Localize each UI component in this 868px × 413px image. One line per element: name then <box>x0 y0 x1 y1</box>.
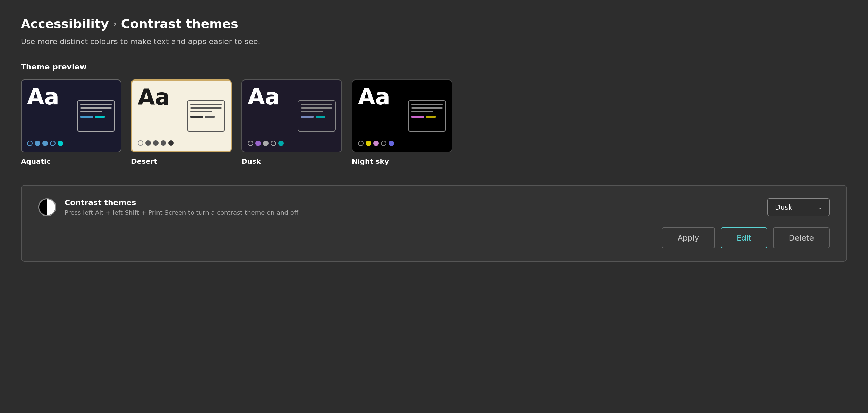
panel-text-block: Contrast themes Press left Alt + left Sh… <box>65 198 298 216</box>
panel-subtitle: Press left Alt + left Shift + Print Scre… <box>65 209 298 216</box>
theme-card-dusk[interactable]: Aa <box>241 79 342 166</box>
breadcrumb-parent: Accessibility <box>21 17 109 31</box>
panel-right: Dusk ⌄ <box>767 198 830 216</box>
desert-dots <box>138 140 174 146</box>
theme-aa-aquatic: Aa <box>27 86 63 108</box>
panel-left: Contrast themes Press left Alt + left Sh… <box>38 198 298 216</box>
contrast-icon <box>38 198 56 216</box>
theme-aa-night-sky: Aa <box>358 86 394 108</box>
theme-label-dusk: Dusk <box>241 157 342 166</box>
theme-label-night-sky: Night sky <box>352 157 452 166</box>
dropdown-value: Dusk <box>775 203 792 211</box>
delete-button[interactable]: Delete <box>773 227 830 248</box>
nightsky-dots <box>358 141 394 146</box>
theme-aa-dusk: Aa <box>248 86 284 108</box>
breadcrumb-separator: › <box>113 18 117 30</box>
theme-card-desert[interactable]: Aa <box>131 79 232 166</box>
chevron-down-icon: ⌄ <box>818 204 822 211</box>
panel-title: Contrast themes <box>65 198 298 207</box>
theme-card-night-sky[interactable]: Aa <box>352 79 452 166</box>
theme-preview-dusk: Aa <box>241 79 342 152</box>
apply-button[interactable]: Apply <box>662 227 715 248</box>
theme-card-aquatic[interactable]: Aa <box>21 79 121 166</box>
section-title: Theme preview <box>21 62 847 71</box>
panel-main-row: Contrast themes Press left Alt + left Sh… <box>38 198 830 216</box>
theme-label-desert: Desert <box>131 157 232 166</box>
panel-buttons-row: Apply Edit Delete <box>38 227 830 248</box>
theme-dropdown[interactable]: Dusk ⌄ <box>767 198 830 216</box>
theme-aa-desert: Aa <box>138 86 174 108</box>
themes-grid: Aa <box>21 79 847 166</box>
theme-preview-night-sky: Aa <box>352 79 452 152</box>
page-description: Use more distinct colours to make text a… <box>21 37 847 46</box>
settings-panel: Contrast themes Press left Alt + left Sh… <box>21 185 847 262</box>
breadcrumb: Accessibility › Contrast themes <box>21 17 847 31</box>
theme-label-aquatic: Aquatic <box>21 157 121 166</box>
edit-button[interactable]: Edit <box>721 227 767 248</box>
breadcrumb-current: Contrast themes <box>121 17 238 31</box>
theme-preview-desert: Aa <box>131 79 232 152</box>
aquatic-dots <box>27 141 63 146</box>
dusk-dots <box>248 141 284 146</box>
theme-preview-aquatic: Aa <box>21 79 121 152</box>
